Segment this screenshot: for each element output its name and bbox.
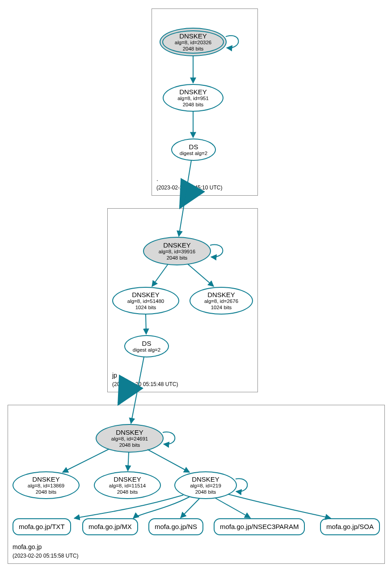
node-title: DNSKEY [192,475,219,483]
node-line3: 2048 bits [119,442,140,448]
zone-mofa-ts: (2023-02-20 05:15:58 UTC) [13,553,78,559]
node-jp-zsk2: DNSKEY alg=8, id=2676 1024 bits [190,287,253,315]
node-title: DNSKEY [132,291,160,298]
node-line3: 2048 bits [183,46,204,52]
zone-jp-label: jp (2023-02-20 05:15:48 UTC) [112,371,178,388]
node-line2: alg=8, id=51480 [127,298,164,304]
node-line2: alg=8, id=13869 [28,483,65,489]
zone-root-name: . [156,175,158,182]
node-line3: 2048 bits [167,255,188,261]
node-line3: 2048 bits [195,489,216,495]
node-title: DNSKEY [179,32,207,40]
node-line2: alg=8, id=2676 [204,298,238,304]
node-line3: 2048 bits [36,489,57,495]
node-line2: alg=8, id=11514 [109,483,146,489]
record-soa: mofa.go.jp/SOA [320,518,380,535]
node-line2: digest alg=2 [133,347,160,353]
node-root-zsk: DNSKEY alg=8, id=951 2048 bits [163,84,223,112]
node-line3: 1024 bits [211,305,232,311]
node-title: DNSKEY [163,241,191,249]
node-title: DNSKEY [179,88,207,96]
node-line2: alg=8, id=24691 [111,436,148,442]
zone-jp-name: jp [112,372,117,379]
zone-root-ts: (2023-02-20 03:45:10 UTC) [156,185,222,191]
node-jp-ksk: DNSKEY alg=8, id=39916 2048 bits [143,237,211,265]
zone-mofa-name: mofa.go.jp [13,543,42,550]
node-mofa-z2: DNSKEY alg=8, id=11514 2048 bits [94,471,161,499]
record-txt: mofa.go.jp/TXT [13,518,71,535]
node-line2: alg=8, id=951 [177,96,209,101]
node-line2: alg=8, id=20326 [175,40,212,46]
zone-mofa-label: mofa.go.jp (2023-02-20 05:15:58 UTC) [13,543,78,560]
node-title: DNSKEY [114,475,141,483]
node-line3: 1024 bits [135,305,156,311]
node-line2: alg=8, id=39916 [159,249,196,255]
node-title: DNSKEY [207,291,235,298]
node-line3: 2048 bits [183,102,204,108]
node-line2: alg=8, id=219 [190,483,221,489]
record-mx: mofa.go.jp/MX [82,518,138,535]
node-root-ds: DS digest alg=2 [171,139,216,161]
node-jp-ds: DS digest alg=2 [124,335,169,357]
node-title: DNSKEY [116,428,143,436]
node-title: DS [189,143,198,151]
node-title: DNSKEY [32,475,60,483]
node-title: DS [142,340,152,347]
node-line2: digest alg=2 [180,151,207,156]
record-ns: mofa.go.jp/NS [148,518,203,535]
node-jp-zsk1: DNSKEY alg=8, id=51480 1024 bits [112,287,179,315]
node-line3: 2048 bits [117,489,138,495]
record-nsec3param: mofa.go.jp/NSEC3PARAM [214,518,305,535]
node-root-ksk: DNSKEY alg=8, id=20326 2048 bits [160,28,227,56]
zone-jp-ts: (2023-02-20 05:15:48 UTC) [112,381,178,387]
node-mofa-z3: DNSKEY alg=8, id=219 2048 bits [174,471,237,499]
node-mofa-ksk: DNSKEY alg=8, id=24691 2048 bits [96,424,164,453]
zone-root-label: . (2023-02-20 03:45:10 UTC) [156,175,222,192]
node-mofa-z1: DNSKEY alg=8, id=13869 2048 bits [13,471,80,499]
